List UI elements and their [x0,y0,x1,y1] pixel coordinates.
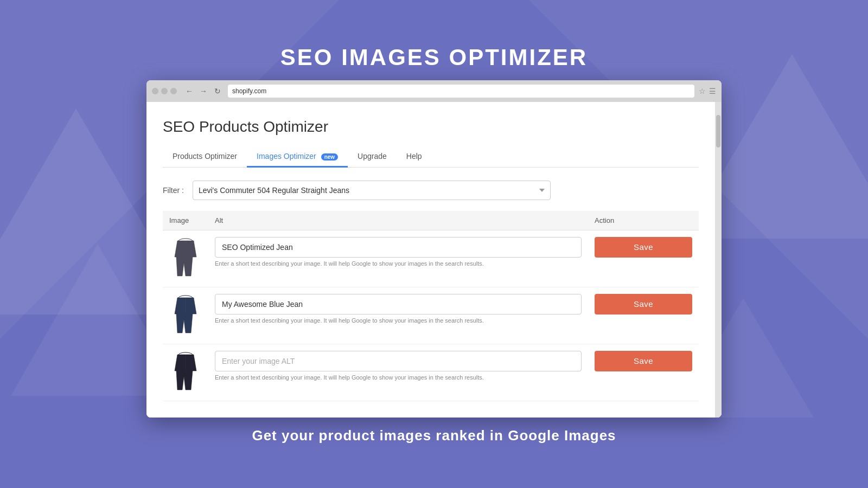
product-image-cell-2 [163,287,208,344]
alt-cell-2: Enter a short text describing your image… [208,287,588,344]
url-bar[interactable]: shopify.com [228,85,694,98]
product-image-1 [169,237,202,280]
save-button-2[interactable]: Save [595,294,692,314]
tab-upgrade[interactable]: Upgrade [348,146,397,168]
col-image: Image [163,211,208,230]
page-footer-text: Get your product images ranked in Google… [252,427,616,444]
forward-button[interactable]: → [197,85,209,97]
table-row: Enter a short text describing your image… [163,230,699,287]
action-cell-2: Save [588,287,699,344]
col-alt: Alt [208,211,588,230]
browser-action-icons: ☆ ☰ [699,87,716,95]
alt-input-3[interactable] [215,351,582,371]
scrollbar[interactable] [715,102,722,418]
tab-images-optimizer[interactable]: Images Optimizer new [247,146,348,168]
filter-label: Filter : [163,186,184,195]
filter-select[interactable]: Levi's Commuter 504 Regular Straight Jea… [193,181,551,200]
alt-hint-3: Enter a short text describing your image… [215,374,582,381]
alt-cell-1: Enter a short text describing your image… [208,230,588,287]
action-cell-1: Save [588,230,699,287]
app-content: SEO Products Optimizer Products Optimize… [146,102,715,418]
product-image-2 [169,294,202,337]
browser-nav-buttons: ← → ↻ [183,85,224,97]
filter-row: Filter : Levi's Commuter 504 Regular Str… [163,181,699,200]
save-button-3[interactable]: Save [595,351,692,371]
alt-hint-2: Enter a short text describing your image… [215,317,582,324]
product-image-cell-3 [163,344,208,401]
url-text: shopify.com [232,87,266,95]
page-header-title: SEO IMAGES OPTIMIZER [280,44,588,70]
browser-window: ← → ↻ shopify.com ☆ ☰ SEO Products Optim… [146,80,722,418]
browser-content-wrapper: SEO Products Optimizer Products Optimize… [146,102,722,418]
browser-chrome: ← → ↻ shopify.com ☆ ☰ [146,80,722,102]
star-icon: ☆ [699,87,706,95]
action-cell-3: Save [588,344,699,401]
product-image-cell-1 [163,230,208,287]
save-button-1[interactable]: Save [595,237,692,258]
maximize-dot [170,88,177,94]
close-dot [152,88,158,94]
tab-help[interactable]: Help [397,146,432,168]
table-header-row: Image Alt Action [163,211,699,230]
refresh-button[interactable]: ↻ [212,85,224,97]
app-title: SEO Products Optimizer [163,118,699,136]
product-image-3 [169,351,202,394]
table-row: Enter a short text describing your image… [163,287,699,344]
image-table: Image Alt Action Enter a short text desc… [163,211,699,401]
browser-traffic-lights [152,88,177,94]
tab-new-badge: new [321,153,338,160]
back-button[interactable]: ← [183,85,195,97]
tab-products-optimizer[interactable]: Products Optimizer [163,146,247,168]
alt-input-2[interactable] [215,294,582,314]
col-action: Action [588,211,699,230]
alt-input-1[interactable] [215,237,582,258]
minimize-dot [161,88,168,94]
table-row: Enter a short text describing your image… [163,344,699,401]
scrollbar-thumb[interactable] [716,115,720,147]
tab-bar: Products Optimizer Images Optimizer new … [163,146,699,168]
alt-hint-1: Enter a short text describing your image… [215,260,582,267]
alt-cell-3: Enter a short text describing your image… [208,344,588,401]
menu-icon: ☰ [709,87,716,95]
